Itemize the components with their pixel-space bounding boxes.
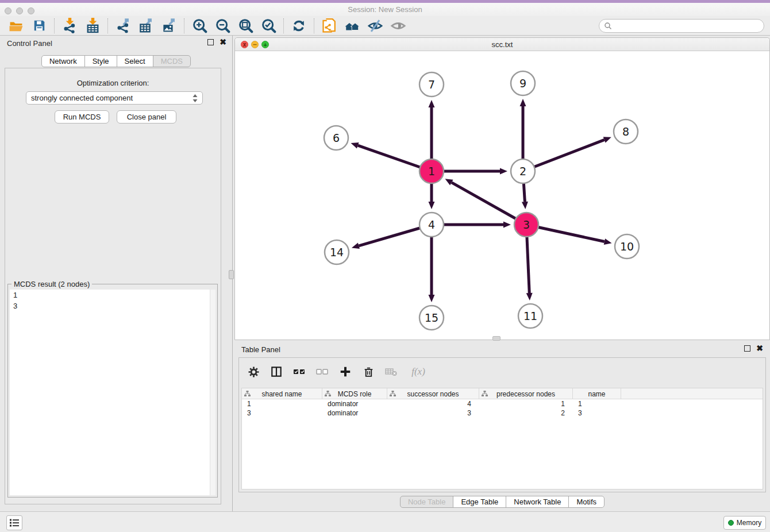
open-session-button[interactable] (5, 17, 28, 34)
network-file-button[interactable] (318, 17, 341, 34)
import-network-button[interactable] (58, 17, 81, 34)
save-floppy-icon (32, 18, 47, 33)
node-8[interactable]: 8 (614, 119, 638, 144)
table-cell[interactable]: 3 (242, 408, 322, 418)
table-cell[interactable]: dominator (322, 408, 387, 418)
close-panel-button[interactable]: Close panel (117, 110, 176, 124)
close-panel-icon[interactable]: ✖ (756, 345, 763, 352)
tab-node-table[interactable]: Node Table (400, 496, 454, 508)
table-cell[interactable]: 2 (479, 408, 573, 418)
table-cell[interactable]: 3 (573, 408, 621, 418)
table-cell[interactable]: 4 (387, 399, 479, 408)
close-panel-icon[interactable]: ✖ (220, 39, 226, 45)
criterion-dropdown[interactable]: strongly connected component (26, 91, 203, 105)
vertical-splitter-handle[interactable] (229, 270, 234, 279)
first-neighbors-button[interactable] (341, 17, 364, 34)
deselect-all-columns-button[interactable] (315, 364, 330, 379)
column-type-icon (390, 391, 396, 397)
control-panel-header: Control Panel ✖ (0, 36, 232, 52)
toolbar-search[interactable] (599, 19, 764, 33)
table-row[interactable]: 1dominator411 (242, 399, 763, 408)
criterion-value: strongly connected component (31, 94, 192, 102)
tab-mcds[interactable]: MCDS (153, 55, 191, 67)
hide-details-button[interactable] (364, 17, 387, 34)
node-3[interactable]: 3 (514, 213, 538, 237)
node-1[interactable]: 1 (419, 159, 444, 183)
node-10[interactable]: 10 (615, 234, 639, 259)
function-builder-button[interactable]: f(x) (407, 364, 430, 379)
tab-edge-table[interactable]: Edge Table (453, 496, 506, 508)
float-panel-icon[interactable] (744, 345, 750, 352)
tab-network-table[interactable]: Network Table (506, 496, 569, 508)
control-panel-title: Control Panel (7, 39, 52, 48)
node-table[interactable]: shared nameMCDS rolesuccessor nodesprede… (241, 388, 763, 489)
node-15[interactable]: 15 (419, 306, 444, 330)
float-panel-icon[interactable] (207, 39, 214, 45)
column-header-shared-name[interactable]: shared name (242, 388, 322, 399)
network-canvas[interactable]: 7968124314101511 (235, 51, 769, 340)
column-label: MCDS role (338, 390, 372, 398)
table-panel-tabs: Node TableEdge TableNetwork TableMotifs (234, 496, 770, 508)
result-scrollbar[interactable] (210, 290, 215, 495)
tab-network[interactable]: Network (41, 55, 85, 67)
mcds-panel: Optimization criterion: strongly connect… (5, 68, 221, 504)
table-settings-button[interactable] (246, 364, 261, 379)
task-history-button[interactable] (6, 515, 22, 530)
tab-motifs[interactable]: Motifs (568, 496, 605, 508)
node-6[interactable]: 6 (324, 126, 348, 150)
delete-column-button[interactable] (361, 364, 376, 379)
run-mcds-button[interactable]: Run MCDS (55, 110, 109, 124)
task-list-icon (9, 518, 20, 527)
network-frame-titlebar[interactable]: x – + scc.txt (235, 38, 769, 51)
select-all-columns-button[interactable] (292, 364, 307, 379)
node-11[interactable]: 11 (518, 304, 542, 328)
table-cell[interactable]: 1 (479, 399, 573, 408)
apply-layout-button[interactable] (287, 17, 310, 34)
tab-style[interactable]: Style (84, 55, 117, 67)
zoom-in-button[interactable] (188, 17, 211, 34)
toolbar-separator (107, 18, 108, 33)
mcds-result-textarea[interactable]: 13 (10, 290, 215, 495)
zoom-out-button[interactable] (211, 17, 234, 34)
node-4[interactable]: 4 (419, 213, 444, 237)
arrowhead-icon (500, 168, 507, 175)
network-file-icon (321, 18, 337, 34)
unchecked-boxes-icon (315, 365, 329, 379)
export-image-button[interactable] (157, 17, 180, 34)
column-header-name[interactable]: name (573, 388, 621, 399)
column-header-successor-nodes[interactable]: successor nodes (387, 388, 479, 399)
column-header-predecessor-nodes[interactable]: predecessor nodes (479, 388, 573, 399)
horizontal-splitter-handle[interactable] (492, 336, 500, 341)
delete-table-button[interactable] (384, 364, 399, 379)
optimization-criterion-label: Optimization criterion: (5, 79, 221, 87)
edge-3-1[interactable] (445, 179, 526, 225)
node-label: 1 (428, 165, 435, 178)
zoom-fit-button[interactable] (234, 17, 257, 34)
edge-1-6[interactable] (351, 142, 432, 171)
node-2[interactable]: 2 (511, 159, 535, 183)
node-9[interactable]: 9 (511, 71, 535, 95)
result-line: 1 (10, 290, 215, 300)
export-table-button[interactable] (134, 17, 157, 34)
zoom-selected-button[interactable] (257, 17, 280, 34)
add-column-button[interactable] (338, 364, 353, 379)
table-row[interactable]: 3dominator323 (242, 408, 763, 418)
node-14[interactable]: 14 (325, 240, 349, 264)
column-selector-button[interactable] (269, 364, 284, 379)
memory-button[interactable]: Memory (723, 516, 766, 530)
tab-select[interactable]: Select (117, 55, 153, 67)
table-cell[interactable]: dominator (322, 399, 387, 408)
save-session-button[interactable] (28, 17, 51, 34)
edge-2-8[interactable] (523, 137, 611, 171)
import-table-button[interactable] (81, 17, 104, 34)
edge-3-10[interactable] (526, 225, 612, 245)
table-cell[interactable]: 1 (573, 399, 621, 408)
column-header-MCDS-role[interactable]: MCDS role (322, 388, 387, 399)
node-7[interactable]: 7 (419, 72, 444, 97)
search-input[interactable] (612, 20, 764, 32)
show-details-button[interactable] (387, 17, 410, 34)
export-network-button[interactable] (111, 17, 134, 34)
table-cell[interactable]: 1 (242, 399, 322, 408)
window-titlebar[interactable]: Session: New Session (0, 3, 770, 16)
table-cell[interactable]: 3 (387, 408, 479, 418)
